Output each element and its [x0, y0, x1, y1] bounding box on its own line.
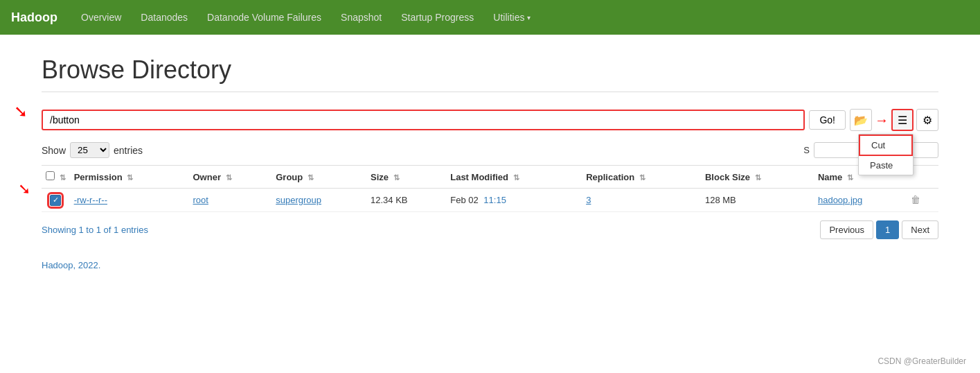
- context-menu-cut[interactable]: Cut: [859, 135, 913, 156]
- directory-table: ⇅ Permission ⇅ Owner ⇅ Group ⇅ Size ⇅: [42, 165, 938, 212]
- select-all-checkbox[interactable]: [46, 171, 55, 180]
- delete-icon[interactable]: 🗑: [911, 194, 920, 205]
- nav-item-overview[interactable]: Overview: [71, 0, 131, 35]
- page-title: Browse Directory: [42, 55, 938, 92]
- previous-button[interactable]: Previous: [820, 220, 873, 239]
- row-permission: -rw-r--r--: [70, 189, 189, 212]
- pagination-row: Showing 1 to 1 of 1 entries Previous 1 N…: [42, 220, 938, 239]
- row-checkbox[interactable]: ✓: [50, 195, 61, 206]
- col-last-modified: Last Modified ⇅: [446, 166, 582, 189]
- nav-item-datanodes[interactable]: Datanodes: [131, 0, 197, 35]
- row-block-size: 128 MB: [701, 189, 814, 212]
- col-owner: Owner ⇅: [188, 166, 271, 189]
- main-content: Browse Directory ➘ Go! 📂 → ☰ Cut Paste: [0, 35, 980, 291]
- context-menu: Cut Paste: [858, 134, 914, 175]
- go-button[interactable]: Go!: [809, 110, 846, 130]
- col-block-size: Block Size ⇅: [701, 166, 814, 189]
- entries-label: entries: [114, 145, 143, 156]
- col-replication: Replication ⇅: [582, 166, 701, 189]
- annotation-arrow-button: →: [875, 112, 889, 128]
- table-row: ➘ ✓ -rw-r--r-- root supergroup 12.34 KB …: [42, 189, 938, 212]
- row-delete: 🗑: [907, 189, 938, 212]
- col-size: Size ⇅: [366, 166, 446, 189]
- row-name: hadoop.jpg: [814, 189, 907, 212]
- nav-item-snapshot[interactable]: Snapshot: [331, 0, 391, 35]
- owner-link[interactable]: root: [193, 195, 208, 205]
- sort-group[interactable]: ⇅: [308, 173, 314, 182]
- next-button[interactable]: Next: [902, 220, 938, 239]
- last-modified-time: 11:15: [483, 195, 506, 205]
- group-link[interactable]: supergroup: [276, 195, 321, 205]
- settings-icon-btn[interactable]: ⚙: [916, 109, 938, 131]
- list-icon-btn[interactable]: ☰: [891, 109, 914, 131]
- annotation-arrow-checkbox: ➘: [18, 180, 30, 198]
- row-checkbox-cell: ➘ ✓: [42, 189, 70, 212]
- sort-icon-checkbox: ⇅: [60, 173, 66, 182]
- folder-icon-btn[interactable]: 📂: [850, 109, 872, 131]
- path-input[interactable]: [42, 110, 805, 130]
- footer: Hadoop, 2022.: [42, 260, 938, 270]
- icon-group: 📂 → ☰ Cut Paste ⚙: [850, 109, 938, 131]
- navbar: Hadoop Overview Datanodes Datanode Volum…: [0, 0, 980, 35]
- sort-block-size[interactable]: ⇅: [755, 173, 761, 182]
- header-checkbox-cell: ⇅: [42, 166, 70, 189]
- row-size: 12.34 KB: [366, 189, 446, 212]
- list-icon-btn-wrapper: ☰ Cut Paste: [891, 109, 914, 131]
- settings-icon: ⚙: [923, 114, 932, 127]
- pagination: Previous 1 Next: [820, 220, 938, 239]
- name-link[interactable]: hadoop.jpg: [818, 195, 862, 205]
- nav-item-utilities[interactable]: Utilities ▾: [483, 12, 540, 23]
- permission-link[interactable]: -rw-r--r--: [74, 195, 107, 205]
- search-label-s: S: [803, 145, 810, 155]
- nav-item-startup-progress[interactable]: Startup Progress: [391, 0, 483, 35]
- sort-replication[interactable]: ⇅: [639, 173, 645, 182]
- col-permission: Permission ⇅: [70, 166, 189, 189]
- annotation-arrow-path: ➘: [14, 102, 28, 121]
- show-label: Show: [42, 145, 66, 156]
- last-modified-date: Feb 02: [450, 195, 478, 205]
- utilities-dropdown-arrow: ▾: [527, 14, 531, 21]
- sort-permission[interactable]: ⇅: [127, 173, 133, 182]
- showing-text: Showing 1 to 1 of 1 entries: [42, 225, 148, 235]
- page-1-button[interactable]: 1: [876, 220, 899, 239]
- sort-name[interactable]: ⇅: [847, 173, 853, 182]
- row-owner: root: [188, 189, 271, 212]
- row-group: supergroup: [271, 189, 366, 212]
- folder-icon: 📂: [854, 114, 868, 127]
- row-replication: 3: [582, 189, 701, 212]
- list-icon: ☰: [898, 114, 907, 127]
- entries-select[interactable]: 10 25 50 100: [70, 142, 109, 158]
- sort-owner[interactable]: ⇅: [226, 173, 232, 182]
- replication-link[interactable]: 3: [586, 195, 591, 205]
- context-menu-paste[interactable]: Paste: [859, 156, 913, 175]
- nav-item-datanode-volume-failures[interactable]: Datanode Volume Failures: [197, 0, 331, 35]
- footer-text: Hadoop, 2022.: [42, 260, 100, 270]
- show-entries-row: Show 10 25 50 100 entries S: [42, 142, 938, 158]
- navbar-brand[interactable]: Hadoop: [11, 10, 57, 25]
- col-group: Group ⇅: [271, 166, 366, 189]
- row-last-modified: Feb 02 11:15: [446, 189, 582, 212]
- sort-size[interactable]: ⇅: [393, 173, 400, 182]
- sort-last-modified[interactable]: ⇅: [513, 173, 519, 182]
